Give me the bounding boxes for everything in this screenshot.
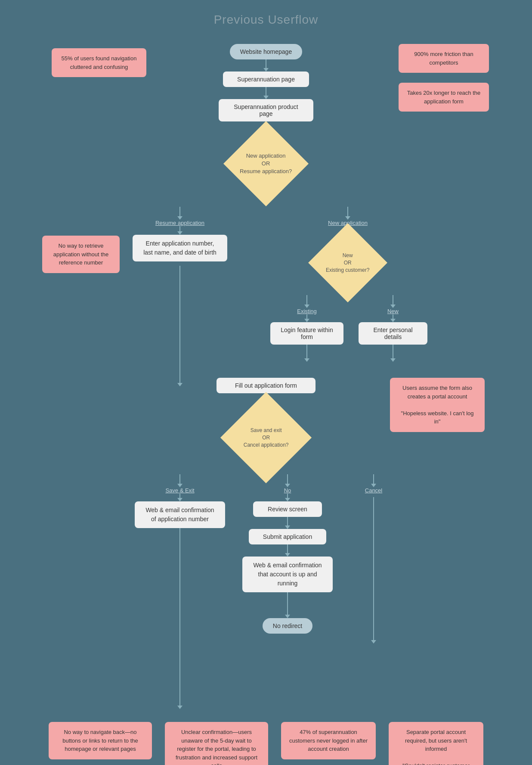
- no-navigate-box: No way to navigate back—no buttons or li…: [49, 722, 152, 759]
- review-screen-node: Review screen: [253, 501, 322, 517]
- unclear-confirm-box: Unclear confirmation—users unaware of th…: [165, 722, 268, 765]
- users-assume-box: Users assume the form also creates a por…: [390, 378, 485, 432]
- page-title: Previous Userflow: [9, 13, 523, 27]
- no-label: No: [284, 487, 291, 494]
- cancel-label: Cancel: [365, 487, 382, 494]
- enter-personal-node: Enter personal details: [359, 322, 427, 345]
- login-feature-node: Login feature within form: [270, 322, 343, 345]
- enter-app-number-node: Enter application number, last name, and…: [133, 235, 227, 261]
- website-homepage-node: Website homepage: [230, 44, 302, 59]
- save-exit-label: Save & Exit: [165, 487, 194, 494]
- superannuation-product-node: Superannuation product page: [219, 99, 313, 121]
- more-friction-box: 900% more friction than competitors: [399, 44, 489, 73]
- fill-out-form-node: Fill out application form: [217, 378, 315, 393]
- superannuation-page-node: Superannuation page: [223, 72, 309, 87]
- takes-longer-box: Takes 20x longer to reach the applicatio…: [399, 83, 489, 112]
- web-email-account-node: Web & email confirmation that account is…: [242, 557, 333, 592]
- existing-label: Existing: [297, 308, 317, 314]
- new-label2: New: [387, 308, 399, 314]
- web-email-app-num-node: Web & email confirmation of application …: [135, 501, 225, 528]
- nav-cluttered-box: 55% of users found navigation cluttered …: [52, 48, 146, 77]
- no-redirect-node: No redirect: [263, 618, 312, 634]
- no-retrieve-box: No way to retrieve application without t…: [42, 236, 120, 273]
- separate-portal-box: Separate portal account required, but us…: [389, 722, 483, 765]
- resume-label: Resume application: [155, 220, 204, 226]
- page-container: Previous Userflow 55% of users found nav…: [0, 0, 532, 765]
- submit-app-node: Submit application: [249, 529, 326, 544]
- percent47-box: 47% of superannuation customers never lo…: [281, 722, 376, 759]
